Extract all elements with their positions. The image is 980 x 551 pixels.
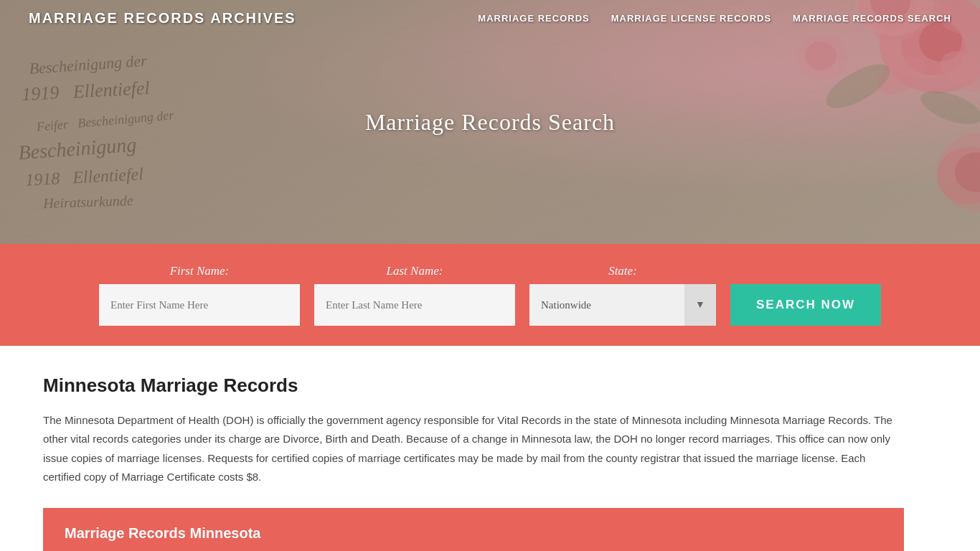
card-heading: Marriage Records Minnesota [65, 525, 882, 542]
nav-marriage-search[interactable]: MARRIAGE RECORDS SEARCH [793, 13, 951, 24]
state-group: State: Nationwide Alabama Alaska Arizona… [529, 264, 716, 326]
content-section: Minnesota Marriage Records The Minnesota… [0, 346, 980, 551]
nav: MARRIAGE RECORDS MARRIAGE LICENSE RECORD… [478, 13, 951, 24]
last-name-label: Last Name: [314, 264, 515, 278]
card-section: Marriage Records Minnesota Start 14-Day … [43, 508, 904, 551]
state-select[interactable]: Nationwide Alabama Alaska Arizona Arkans… [529, 284, 716, 326]
state-label: State: [529, 264, 716, 278]
nav-marriage-license[interactable]: MARRIAGE LICENSE RECORDS [611, 13, 771, 24]
search-bar: First Name: Last Name: State: Nationwide… [0, 244, 980, 346]
content-paragraph: The Minnesota Department of Health (DOH)… [43, 411, 904, 486]
first-name-input[interactable] [99, 284, 300, 326]
hero-section: Bescheinigung der 1919 Ellentiefel Feife… [0, 0, 980, 244]
header: MARRIAGE RECORDS ARCHIVES MARRIAGE RECOR… [0, 0, 980, 37]
hero-title: Marriage Records Search [365, 109, 615, 136]
content-heading: Minnesota Marriage Records [43, 375, 937, 397]
first-name-group: First Name: [99, 264, 300, 326]
nav-marriage-records[interactable]: MARRIAGE RECORDS [478, 13, 589, 24]
first-name-label: First Name: [99, 264, 300, 278]
state-select-wrapper: Nationwide Alabama Alaska Arizona Arkans… [529, 284, 716, 326]
last-name-input[interactable] [314, 284, 515, 326]
hero-title-container: Marriage Records Search [365, 109, 615, 136]
last-name-group: Last Name: [314, 264, 515, 326]
site-title: MARRIAGE RECORDS ARCHIVES [29, 10, 296, 27]
search-now-button[interactable]: SEARCH NOW [730, 284, 881, 326]
